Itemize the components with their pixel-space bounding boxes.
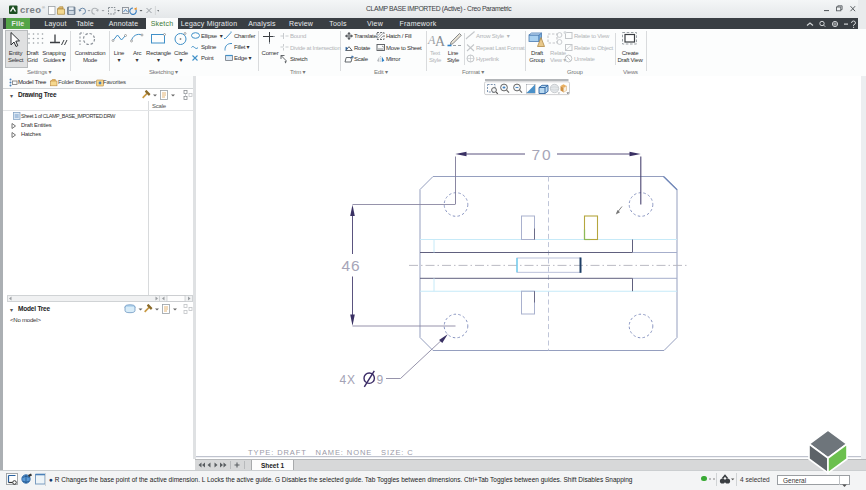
svg-text:creo: creo: [20, 5, 41, 15]
svg-text:4X: 4X: [340, 373, 356, 387]
svg-text:®: ®: [42, 5, 45, 10]
svg-text:46: 46: [342, 257, 361, 274]
svg-text:TYPE: DRAFT NAME: NONE SIZ: TYPE: DRAFT NAME: NONE SIZE: C: [248, 448, 414, 457]
svg-text:70: 70: [532, 146, 553, 163]
svg-text:A: A: [435, 34, 446, 49]
svg-text:9: 9: [377, 373, 384, 387]
